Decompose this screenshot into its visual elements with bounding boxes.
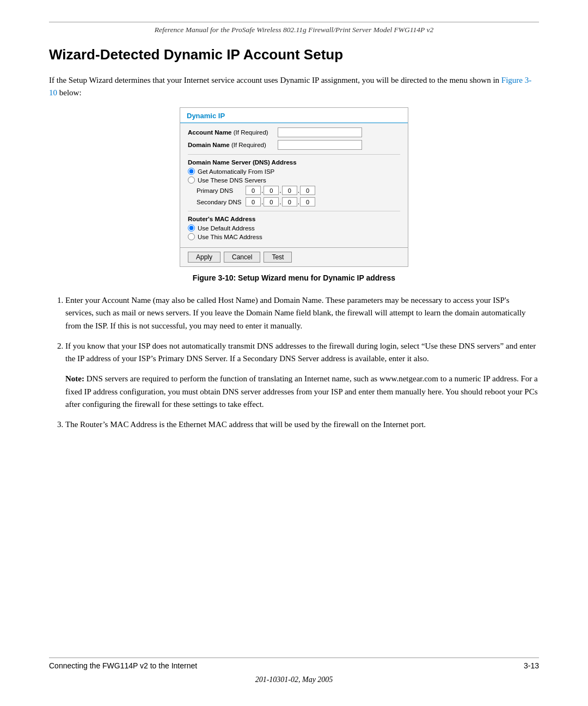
primary-dns-octet1[interactable] xyxy=(246,186,261,195)
account-name-row: Account Name (If Required) xyxy=(188,127,400,137)
note-text: DNS servers are required to perform the … xyxy=(65,374,538,409)
primary-dns-octet4[interactable] xyxy=(300,186,315,195)
header-rule xyxy=(49,22,539,22)
primary-dns-label: Primary DNS xyxy=(197,187,246,194)
primary-dns-row: Primary DNS . . . xyxy=(197,186,400,195)
numbered-list: Enter your Account Name (may also be cal… xyxy=(65,294,539,373)
radio-this-mac-label: Use This MAC Address xyxy=(198,234,262,240)
radio-this-mac[interactable] xyxy=(188,233,195,240)
footer-row: Connecting the FWG114P v2 to the Interne… xyxy=(49,661,539,670)
primary-dns-octet2[interactable] xyxy=(264,186,279,195)
dialog-body: Account Name (If Required) Domain Name (… xyxy=(180,123,408,247)
account-name-section: Account Name (If Required) Domain Name (… xyxy=(188,127,400,150)
secondary-dns-inputs: . . . xyxy=(246,197,315,206)
test-button[interactable]: Test xyxy=(264,252,292,263)
footer-right: 3-13 xyxy=(524,661,539,670)
dns-fields: Primary DNS . . . Secondary DNS xyxy=(197,186,400,206)
dialog-title: Dynamic IP xyxy=(180,108,408,123)
primary-dns-octet3[interactable] xyxy=(282,186,297,195)
radio-use-label: Use These DNS Servers xyxy=(198,177,266,184)
list-item-1: Enter your Account Name (may also be cal… xyxy=(65,294,539,332)
radio-default-mac[interactable] xyxy=(188,224,195,232)
list-item-2: If you know that your ISP does not autom… xyxy=(65,340,539,366)
mac-section: Router's MAC Address Use Default Address… xyxy=(188,211,400,240)
radio-this-mac-row: Use This MAC Address xyxy=(188,233,400,240)
cancel-button[interactable]: Cancel xyxy=(224,252,260,263)
intro-text2: below: xyxy=(57,88,82,97)
secondary-dns-octet1[interactable] xyxy=(246,197,261,206)
list-item-3: The Router’s MAC Address is the Ethernet… xyxy=(65,418,539,431)
footer-rule xyxy=(49,658,539,658)
radio-auto-label: Get Automatically From ISP xyxy=(198,168,274,175)
primary-dns-inputs: . . . xyxy=(246,186,315,195)
page-title: Wizard-Detected Dynamic IP Account Setup xyxy=(49,46,539,63)
footer-area: Connecting the FWG114P v2 to the Interne… xyxy=(49,649,539,684)
intro-paragraph: If the Setup Wizard determines that your… xyxy=(49,74,539,99)
mac-heading: Router's MAC Address xyxy=(188,216,400,222)
footer-bottom: 201-10301-02, May 2005 xyxy=(49,675,539,684)
secondary-dns-row: Secondary DNS . . . xyxy=(197,197,400,206)
note-paragraph: Note: DNS servers are required to perfor… xyxy=(65,373,539,411)
dns-heading: Domain Name Server (DNS) Address xyxy=(188,159,400,166)
account-name-label: Account Name (If Required) xyxy=(188,129,278,136)
radio-use-dns[interactable] xyxy=(188,176,195,184)
account-name-input[interactable] xyxy=(278,127,362,137)
apply-button[interactable]: Apply xyxy=(188,252,220,263)
figure-caption: Figure 3-10: Setup Wizard menu for Dynam… xyxy=(49,273,539,282)
radio-use-dns-row: Use These DNS Servers xyxy=(188,176,400,184)
radio-auto-dns[interactable] xyxy=(188,168,195,175)
dns-section: Domain Name Server (DNS) Address Get Aut… xyxy=(188,154,400,206)
domain-name-row: Domain Name (If Required) xyxy=(188,140,400,150)
radio-default-mac-row: Use Default Address xyxy=(188,224,400,232)
radio-default-mac-label: Use Default Address xyxy=(198,225,255,232)
header-text: Reference Manual for the ProSafe Wireles… xyxy=(49,26,539,34)
dialog-footer: Apply Cancel Test xyxy=(180,247,408,266)
footer-left: Connecting the FWG114P v2 to the Interne… xyxy=(49,661,197,670)
numbered-list-3: The Router’s MAC Address is the Ethernet… xyxy=(65,418,539,439)
secondary-dns-label: Secondary DNS xyxy=(197,199,246,205)
dynamic-ip-dialog: Dynamic IP Account Name (If Required) Do… xyxy=(180,107,408,267)
intro-text1: If the Setup Wizard determines that your… xyxy=(49,76,501,84)
domain-name-label: Domain Name (If Required) xyxy=(188,142,278,148)
domain-name-input[interactable] xyxy=(278,140,362,150)
secondary-dns-octet4[interactable] xyxy=(300,197,315,206)
secondary-dns-octet2[interactable] xyxy=(264,197,279,206)
radio-auto-dns-row: Get Automatically From ISP xyxy=(188,168,400,175)
note-label: Note: xyxy=(65,374,84,383)
secondary-dns-octet3[interactable] xyxy=(282,197,297,206)
